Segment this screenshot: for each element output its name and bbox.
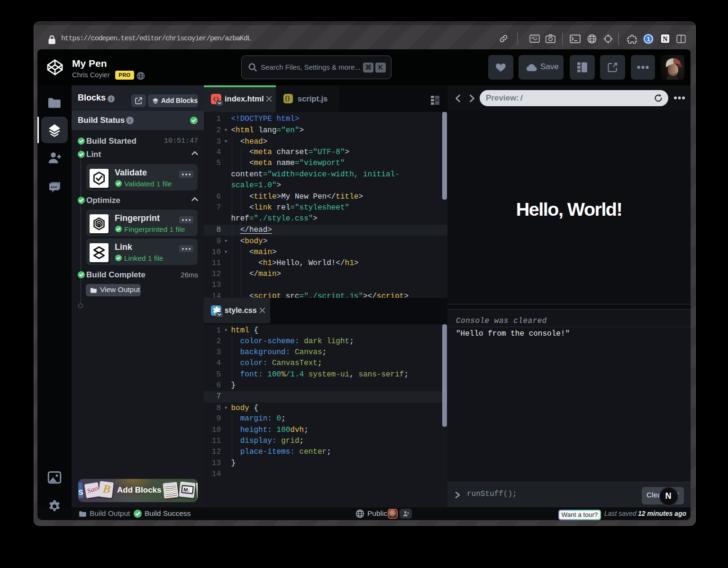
svg-text:i: i: [129, 118, 130, 123]
svg-text:1: 1: [646, 36, 650, 43]
svg-text:i: i: [110, 96, 112, 101]
svg-text:N: N: [663, 35, 668, 43]
